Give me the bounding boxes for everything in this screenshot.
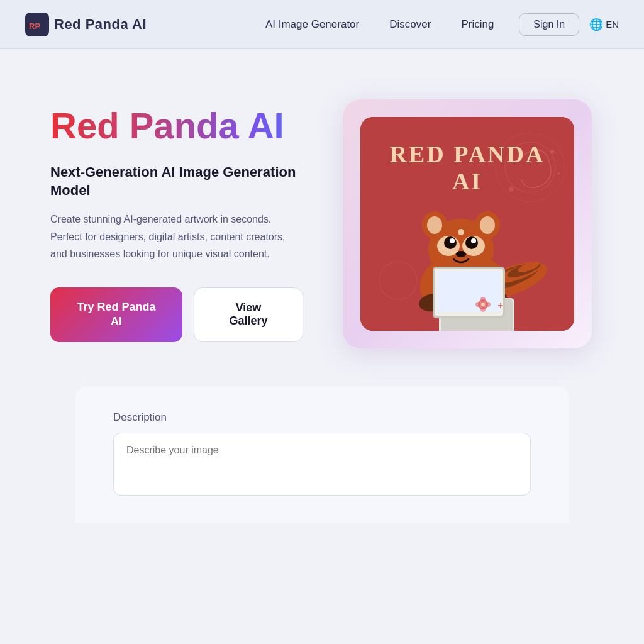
hero-image-container: RED PANDA AI	[343, 99, 592, 348]
svg-text:+: +	[497, 300, 503, 311]
svg-point-8	[509, 187, 514, 192]
description-label: Description	[113, 411, 531, 424]
sign-in-button[interactable]: Sign In	[519, 13, 579, 36]
hero-title: Red Panda AI	[50, 106, 303, 146]
svg-point-6	[550, 150, 554, 153]
nav-links: AI Image Generator Discover Pricing	[265, 18, 494, 31]
logo-icon: RP	[25, 13, 49, 36]
logo-text: Red Panda AI	[54, 16, 147, 33]
svg-point-43	[475, 302, 480, 307]
hero-buttons: Try Red Panda AI View Gallery	[50, 287, 303, 342]
svg-point-7	[557, 172, 560, 175]
translate-icon: 🌐	[589, 18, 603, 31]
gallery-button[interactable]: View Gallery	[194, 287, 303, 342]
hero-section: Red Panda AI Next-Generation AI Image Ge…	[0, 49, 644, 386]
description-section: Description	[75, 386, 569, 523]
try-button[interactable]: Try Red Panda AI	[50, 287, 182, 342]
hero-subtitle: Next-Generation AI Image Generation Mode…	[50, 164, 303, 199]
nav-pricing[interactable]: Pricing	[461, 18, 494, 31]
nav-ai-image-generator[interactable]: AI Image Generator	[265, 18, 359, 31]
svg-rect-38	[437, 271, 501, 312]
svg-point-28	[452, 239, 455, 242]
svg-point-40	[480, 297, 486, 302]
hero-description: Create stunning AI-generated artwork in …	[50, 211, 303, 262]
language-label: EN	[606, 19, 619, 30]
svg-text:RED PANDA: RED PANDA	[390, 141, 545, 167]
nav-discover[interactable]: Discover	[389, 18, 431, 31]
svg-point-31	[458, 229, 464, 235]
svg-text:✦: ✦	[505, 292, 511, 301]
logo[interactable]: RP Red Panda AI	[25, 13, 147, 36]
svg-text:AI: AI	[452, 168, 482, 194]
svg-point-44	[481, 303, 485, 306]
svg-point-29	[474, 239, 476, 242]
svg-point-24	[444, 236, 457, 249]
svg-point-25	[465, 236, 478, 249]
navbar: RP Red Panda AI AI Image Generator Disco…	[0, 0, 644, 49]
svg-point-19	[427, 216, 442, 234]
language-selector[interactable]: 🌐 EN	[589, 18, 619, 31]
hero-illustration: RED PANDA AI	[360, 117, 574, 331]
hero-content: Red Panda AI Next-Generation AI Image Ge…	[50, 106, 303, 341]
svg-point-21	[480, 216, 495, 234]
svg-text:RP: RP	[29, 21, 40, 31]
hero-image-area: RED PANDA AI	[341, 99, 594, 348]
svg-point-42	[480, 307, 486, 312]
description-wrapper: Description	[0, 386, 644, 523]
description-textarea[interactable]	[113, 433, 531, 496]
svg-point-41	[486, 302, 491, 307]
svg-point-30	[456, 251, 466, 257]
